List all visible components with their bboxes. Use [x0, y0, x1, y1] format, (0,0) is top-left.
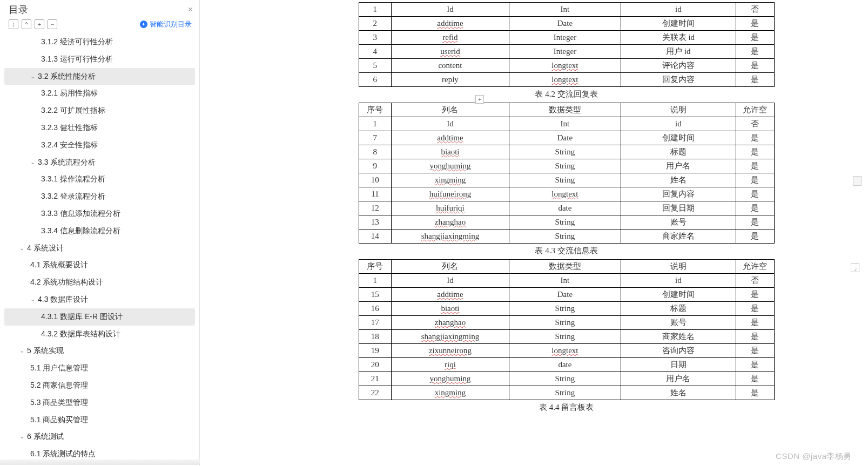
- table-cell[interactable]: 是: [736, 302, 774, 316]
- table-cell[interactable]: 15: [359, 288, 392, 302]
- table-cell[interactable]: riqi: [392, 358, 509, 372]
- table-cell[interactable]: zixunneirong: [392, 344, 509, 358]
- table-cell[interactable]: date: [509, 201, 621, 215]
- table-cell[interactable]: 1: [359, 274, 392, 288]
- insert-handle-icon[interactable]: +: [475, 95, 484, 104]
- sidebar-scrollbar[interactable]: [0, 460, 200, 465]
- table-cell[interactable]: 1: [359, 3, 392, 17]
- table-cell[interactable]: 17: [359, 316, 392, 330]
- chevron-down-icon[interactable]: ⌄: [19, 243, 25, 253]
- toc-item-15[interactable]: ⌄4.3 数据库设计: [4, 291, 195, 308]
- table-cell[interactable]: 21: [359, 372, 392, 386]
- table-cell[interactable]: 关联表 id: [621, 31, 736, 45]
- table-cell[interactable]: longtext: [509, 344, 621, 358]
- ruler-marker-icon[interactable]: [853, 176, 862, 186]
- table-cell[interactable]: Id: [392, 3, 509, 17]
- toc-item-8[interactable]: 3.3.1 操作流程分析: [4, 171, 195, 188]
- toc-item-17[interactable]: 4.3.2 数据库表结构设计: [4, 326, 195, 343]
- table-cell[interactable]: id: [621, 3, 736, 17]
- table-cell[interactable]: zhanghao: [392, 316, 509, 330]
- table-cell[interactable]: 是: [736, 372, 774, 386]
- table-cell[interactable]: Integer: [509, 45, 621, 59]
- table-cell[interactable]: 序号: [359, 260, 392, 274]
- table-cell[interactable]: 标题: [621, 145, 736, 159]
- table-cell[interactable]: Int: [509, 274, 621, 288]
- table-cell[interactable]: 允许空: [736, 103, 774, 117]
- table-cell[interactable]: 咨询内容: [621, 344, 736, 358]
- toc-list[interactable]: 3.1.2 经济可行性分析3.1.3 运行可行性分析⌄3.2 系统性能分析3.2…: [0, 32, 199, 466]
- toc-item-7[interactable]: ⌄3.3 系统流程分析: [4, 154, 195, 171]
- table-cell[interactable]: 说明: [621, 260, 736, 274]
- table-cell[interactable]: 13: [359, 215, 392, 229]
- table-cell[interactable]: yonghuming: [392, 159, 509, 173]
- table-cell[interactable]: Int: [509, 3, 621, 17]
- toc-item-5[interactable]: 3.2.3 健壮性指标: [4, 119, 195, 137]
- table-cell[interactable]: 创建时间: [621, 288, 736, 302]
- table-cell[interactable]: yonghuming: [392, 372, 509, 386]
- table-cell[interactable]: reply: [392, 73, 509, 87]
- chevron-down-icon[interactable]: ⌄: [19, 431, 25, 442]
- table-cell[interactable]: userid: [392, 45, 509, 59]
- table-cell[interactable]: date: [509, 358, 621, 372]
- table-cell[interactable]: 是: [736, 131, 774, 145]
- table-cell[interactable]: longtext: [509, 73, 621, 87]
- table-cell[interactable]: 是: [736, 159, 774, 173]
- table-cell[interactable]: String: [509, 386, 621, 400]
- table-cell[interactable]: zhanghao: [392, 215, 509, 229]
- table-cell[interactable]: String: [509, 302, 621, 316]
- toc-item-6[interactable]: 3.2.4 安全性指标: [4, 137, 195, 154]
- table-cell[interactable]: addtime: [392, 17, 509, 31]
- table-cell[interactable]: Date: [509, 17, 621, 31]
- table-cell[interactable]: addtime: [392, 131, 509, 145]
- toc-item-16[interactable]: 4.3.1 数据库 E-R 图设计: [4, 308, 195, 326]
- chevron-down-icon[interactable]: ⌄: [30, 71, 36, 82]
- table-cell[interactable]: 8: [359, 145, 392, 159]
- table-cell[interactable]: xingming: [392, 173, 509, 187]
- table-cell[interactable]: Int: [509, 117, 621, 131]
- table-cell[interactable]: xingming: [392, 386, 509, 400]
- table-cell[interactable]: 姓名: [621, 386, 736, 400]
- table-cell[interactable]: 20: [359, 358, 392, 372]
- table-cell[interactable]: 是: [736, 31, 774, 45]
- table-cell[interactable]: String: [509, 159, 621, 173]
- toc-item-2[interactable]: ⌄3.2 系统性能分析: [4, 68, 195, 85]
- table-cell[interactable]: 7: [359, 131, 392, 145]
- document-area[interactable]: + ⌟ 1IdIntid否2addtimeDate创建时间是3refidInte…: [200, 0, 868, 466]
- table-cell[interactable]: 是: [736, 288, 774, 302]
- table-cell[interactable]: 19: [359, 344, 392, 358]
- table-cell[interactable]: 3: [359, 31, 392, 45]
- table-cell[interactable]: shangjiaxingming: [392, 330, 509, 344]
- table-cell[interactable]: 14: [359, 229, 392, 244]
- table-cell[interactable]: content: [392, 59, 509, 73]
- table-cell[interactable]: 标题: [621, 302, 736, 316]
- toc-item-23[interactable]: ⌄6 系统测试: [4, 428, 195, 445]
- chevron-down-icon[interactable]: ⌄: [19, 346, 25, 356]
- table-cell[interactable]: 是: [736, 17, 774, 31]
- toc-item-13[interactable]: 4.1 系统概要设计: [4, 256, 195, 274]
- table-cell[interactable]: 是: [736, 73, 774, 87]
- table-cell[interactable]: 日期: [621, 358, 736, 372]
- close-icon[interactable]: ×: [188, 5, 193, 15]
- table-cell[interactable]: String: [509, 372, 621, 386]
- table-cell[interactable]: 回复日期: [621, 201, 736, 215]
- table-cell[interactable]: Id: [392, 117, 509, 131]
- toc-item-4[interactable]: 3.2.2 可扩展性指标: [4, 102, 195, 119]
- table-cell[interactable]: 序号: [359, 103, 392, 117]
- table-cell[interactable]: String: [509, 316, 621, 330]
- table-cell[interactable]: 创建时间: [621, 17, 736, 31]
- table-cell[interactable]: 创建时间: [621, 131, 736, 145]
- toc-item-11[interactable]: 3.3.4 信息删除流程分析: [4, 222, 195, 240]
- table-cell[interactable]: 是: [736, 316, 774, 330]
- table-cell[interactable]: 11: [359, 187, 392, 201]
- table-cell[interactable]: 否: [736, 274, 774, 288]
- table-cell[interactable]: 是: [736, 344, 774, 358]
- table-cell[interactable]: 姓名: [621, 173, 736, 187]
- table-cell[interactable]: 允许空: [736, 260, 774, 274]
- table-cell[interactable]: shangjiaxingming: [392, 229, 509, 244]
- table-cell[interactable]: refid: [392, 31, 509, 45]
- table-cell[interactable]: String: [509, 330, 621, 344]
- table-cell[interactable]: 回复内容: [621, 73, 736, 87]
- table-cell[interactable]: 1: [359, 117, 392, 131]
- chevron-down-icon[interactable]: ⌄: [30, 294, 36, 305]
- table-cell[interactable]: 4: [359, 45, 392, 59]
